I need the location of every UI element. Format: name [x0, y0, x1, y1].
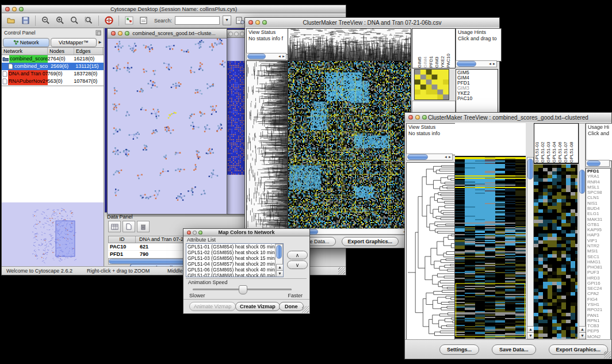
gene-label[interactable]: CPA2 — [587, 291, 610, 296]
column-label[interactable]: GPL51-07 (GSM868) — [563, 124, 569, 163]
heatmap-vscrollbar[interactable]: ▲ ▼ — [527, 157, 534, 340]
gene-label[interactable]: PFD1 — [587, 168, 610, 174]
resize-grip[interactable] — [302, 306, 309, 313]
scrollbar-thumb[interactable] — [276, 245, 282, 259]
minimize-icon[interactable] — [12, 7, 17, 12]
window-controls[interactable] — [187, 231, 202, 235]
annotation-icon[interactable] — [137, 16, 149, 26]
mini-heatmap-canvas[interactable] — [414, 69, 449, 100]
attribute-item[interactable]: GPL51-07 (GSM868) heat shock 60 min — [188, 273, 283, 277]
main-titlebar[interactable]: Cytoscape Desktop (Session Name: collins… — [2, 5, 346, 13]
column-label[interactable]: YKE2 — [440, 30, 446, 68]
gene-label[interactable]: YSH1 — [587, 302, 610, 307]
attribute-list-vscrollbar[interactable]: ▲ ▼ — [275, 244, 283, 277]
table-view-icon[interactable] — [108, 221, 121, 232]
gene-label[interactable]: HRD3 — [587, 275, 610, 281]
scrollbar-thumb[interactable] — [457, 61, 476, 67]
column-dendrogram-canvas[interactable] — [288, 28, 411, 60]
close-icon[interactable] — [408, 115, 413, 120]
column-label[interactable]: PFD1 — [429, 30, 434, 68]
done-button[interactable]: Done — [279, 302, 304, 311]
network-view-titlebar[interactable]: combined_scores_good.txt--cluste... — [108, 29, 227, 39]
column-label[interactable]: GIM5 — [417, 30, 423, 68]
attribute-item[interactable]: GPL51-02 (GSM855) heat shock 10 min — [188, 250, 283, 255]
zoom-window-icon[interactable] — [19, 7, 24, 12]
zoom-in-icon[interactable] — [54, 16, 66, 26]
zoom-window-icon[interactable] — [262, 20, 267, 25]
minimize-icon[interactable] — [415, 115, 420, 120]
row-label[interactable]: PAC10 — [457, 96, 496, 101]
column-label[interactable]: GPL51-01 (GSM854) — [534, 124, 540, 163]
gene-label[interactable]: PAN1 — [587, 313, 610, 318]
search-dropdown-icon[interactable]: ▼ — [223, 16, 231, 25]
treeview1-titlebar[interactable]: ClusterMaker TreeView : DNA and Tran 07-… — [245, 18, 499, 28]
resize-grip[interactable] — [604, 351, 611, 358]
usage-hints-hscrollbar[interactable]: ◄ ► — [456, 60, 497, 67]
close-icon[interactable] — [248, 20, 253, 25]
export-graphics-button[interactable]: Export Graphics... — [342, 237, 399, 246]
scrollbar-thumb[interactable] — [587, 160, 600, 166]
gene-label[interactable]: GTB1 — [587, 222, 610, 227]
zoom-window-icon[interactable] — [422, 115, 427, 120]
gene-label[interactable]: NIS1 — [587, 201, 610, 206]
heatmap-canvas[interactable] — [288, 60, 411, 229]
network-row-selected[interactable]: combined_sco 2569(6) 13112(15) — [2, 63, 104, 70]
gene-label[interactable]: YRA1 — [587, 174, 610, 179]
network-row[interactable]: combined_scores 2764(0) 16218(0) — [2, 55, 104, 63]
gene-label[interactable]: HMG1 — [587, 259, 610, 265]
column-label[interactable]: PAC10 — [446, 30, 452, 68]
gene-label[interactable]: GPI16 — [587, 281, 610, 286]
view-status-hscrollbar[interactable]: ◄ ► — [246, 53, 286, 60]
attribute-item[interactable]: GPL51-06 (GSM865) heat shock 40 min — [188, 267, 283, 273]
gene-label[interactable]: RPO21 — [587, 307, 610, 312]
tab-vizmapper[interactable]: VizMapper™ — [51, 38, 97, 47]
scrollbar-thumb[interactable] — [407, 154, 428, 160]
scroll-left-icon[interactable]: ◄ — [278, 55, 281, 58]
close-icon[interactable] — [228, 32, 233, 36]
network-overview-canvas[interactable] — [2, 202, 104, 267]
gene-label[interactable]: MSI1 — [587, 248, 610, 254]
gene-label[interactable]: PUF3 — [587, 270, 610, 275]
gene-label[interactable]: TCB3 — [587, 323, 610, 328]
row-dendrogram-canvas[interactable] — [406, 162, 455, 340]
col-edges[interactable]: Edges — [74, 48, 103, 55]
move-up-button[interactable]: ∧ — [287, 251, 308, 259]
gene-label[interactable]: MON2 — [587, 334, 610, 339]
gene-label[interactable]: HAP3 — [587, 232, 610, 237]
zoom-window-icon[interactable] — [125, 31, 129, 36]
move-down-button[interactable]: ∨ — [287, 260, 308, 269]
save-icon[interactable] — [20, 16, 31, 26]
tab-network[interactable]: Network — [3, 38, 49, 47]
vizmap-node-icon[interactable] — [123, 16, 135, 26]
treeview2-titlebar[interactable]: ClusterMaker TreeView : combined_scores_… — [405, 113, 611, 122]
more-tabs-arrow-icon[interactable]: ► — [98, 40, 102, 45]
id-column-header[interactable]: ID — [109, 236, 136, 243]
column-label[interactable]: GPL51-03 (GSM856) — [546, 124, 552, 163]
scrollbar-thumb[interactable] — [247, 53, 266, 59]
heatmap-canvas[interactable] — [455, 157, 526, 339]
scrollbar-thumb[interactable] — [579, 170, 585, 194]
gene-label[interactable]: CLN1 — [587, 195, 610, 200]
window-controls[interactable] — [111, 31, 129, 36]
network-row[interactable]: DNA and Tran 07 769(0) 183728(0) — [2, 70, 104, 78]
zoom-selected-icon[interactable] — [83, 16, 94, 26]
zoom-fit-icon[interactable] — [68, 16, 80, 26]
attribute-item[interactable]: GPL51-04 (GSM857) heat shock 20 min — [188, 261, 283, 267]
row-dendrogram-canvas[interactable] — [246, 60, 288, 229]
usage-hints-hscrollbar[interactable] — [586, 160, 610, 167]
attribute-item[interactable]: GPL51-03 (GSM856) heat shock 15 min — [188, 255, 283, 261]
right-vscrollbar[interactable]: ▲ ▼ — [579, 123, 586, 340]
scroll-down-icon[interactable]: ▼ — [276, 270, 284, 277]
network-view-window[interactable]: combined_scores_good.txt--cluste... — [107, 28, 227, 214]
gene-label[interactable]: SEC1 — [587, 254, 610, 259]
gene-label[interactable]: VIP1 — [587, 238, 610, 243]
search-input[interactable] — [175, 16, 220, 25]
gene-label[interactable]: PEP5 — [587, 328, 610, 334]
gene-label[interactable]: SPC98 — [587, 190, 610, 195]
scroll-right-icon[interactable]: ► — [282, 55, 285, 58]
minimize-icon[interactable] — [255, 20, 260, 25]
delete-attribute-icon[interactable] — [137, 221, 150, 232]
save-data-button[interactable]: Save Data... — [492, 344, 536, 355]
minimize-icon[interactable] — [118, 31, 123, 36]
attribute-listbox[interactable]: GPL51-01 (GSM854) heat shock 05 minGPL51… — [186, 243, 284, 277]
